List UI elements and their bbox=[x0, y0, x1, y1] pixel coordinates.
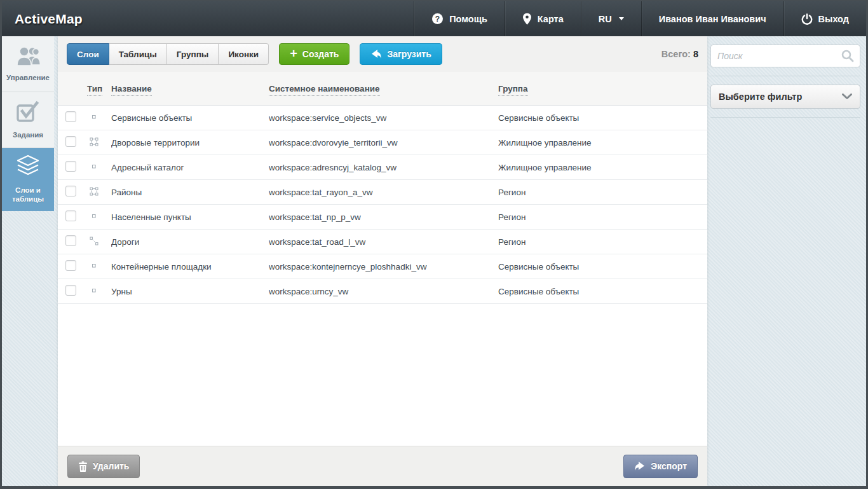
toolbar: Слои Таблицы Группы Иконки + Создать Заг… bbox=[58, 36, 707, 72]
row-checkbox[interactable] bbox=[65, 260, 76, 271]
search-box bbox=[710, 45, 860, 67]
sidebar-filler bbox=[2, 211, 54, 486]
upload-button[interactable]: Загрузить bbox=[360, 43, 442, 65]
row-checkbox-cell bbox=[65, 260, 87, 273]
content-footer: Удалить Экспорт bbox=[58, 446, 707, 486]
row-checkbox[interactable] bbox=[65, 161, 76, 172]
total-value: 8 bbox=[693, 49, 698, 59]
column-header-group: Группа bbox=[498, 83, 707, 94]
sidebar-item-label: Слои и таблицы bbox=[4, 186, 51, 204]
trash-icon bbox=[78, 461, 88, 472]
polygon-geometry-icon bbox=[90, 137, 98, 146]
search-input[interactable] bbox=[717, 51, 841, 61]
point-geometry-icon bbox=[90, 113, 98, 121]
user-menu-item[interactable]: Иванов Иван Иванович bbox=[641, 1, 783, 36]
caret-down-icon bbox=[619, 17, 624, 20]
table-row[interactable]: Населенные пункты workspace:tat_np_p_vw … bbox=[58, 205, 707, 230]
layer-system-name: workspace:adresncyj_katalog_vw bbox=[269, 163, 498, 172]
layer-name: Урны bbox=[111, 287, 269, 296]
layer-system-name: workspace:tat_rayon_a_vw bbox=[269, 188, 498, 197]
column-header-system: Системное наименование bbox=[269, 83, 498, 94]
layer-group: Сервисные объекты bbox=[498, 262, 707, 272]
tab-icons[interactable]: Иконки bbox=[219, 43, 269, 65]
language-selector[interactable]: RU bbox=[581, 1, 641, 36]
layer-group: Жилищное управление bbox=[498, 138, 707, 148]
sidebar-item-layers-tables[interactable]: Слои и таблицы bbox=[2, 148, 54, 211]
forward-arrow-icon bbox=[634, 461, 646, 472]
sidebar: Управление Задания bbox=[2, 36, 54, 486]
table-row[interactable]: Районы workspace:tat_rayon_a_vw Регион bbox=[58, 180, 707, 205]
layer-name: Контейнерные площадки bbox=[111, 262, 269, 272]
app-body: Управление Задания bbox=[2, 36, 866, 486]
app-logo: ActiveMap bbox=[15, 11, 83, 27]
point-geometry-icon bbox=[90, 261, 98, 270]
layer-group: Регион bbox=[498, 212, 707, 222]
sidebar-item-label: Управление bbox=[6, 73, 50, 82]
column-header-name: Название bbox=[111, 83, 269, 94]
tab-tables[interactable]: Таблицы bbox=[109, 43, 167, 65]
right-panel: Выберите фильтр bbox=[707, 36, 866, 486]
layer-system-name: workspace:kontejnerncye_ploshhadki_vw bbox=[269, 262, 498, 272]
table-row[interactable]: Урны workspace:urncy_vw Сервисные объект… bbox=[58, 279, 707, 304]
table-row[interactable]: Сервисные объекты workspace:service_obje… bbox=[58, 106, 707, 130]
row-checkbox-cell bbox=[65, 210, 87, 223]
map-pin-icon bbox=[522, 13, 532, 25]
top-menu: ? Помощь Карта RU Иванов Иван Иванович bbox=[414, 1, 866, 36]
layers-icon bbox=[14, 155, 42, 181]
row-checkbox[interactable] bbox=[65, 210, 76, 221]
polygon-geometry-icon bbox=[90, 187, 98, 196]
divider bbox=[710, 76, 860, 76]
layer-system-name: workspace:tat_np_p_vw bbox=[269, 212, 498, 222]
row-checkbox-cell bbox=[65, 285, 87, 298]
map-menu-item[interactable]: Карта bbox=[505, 1, 581, 36]
app-window: ActiveMap ? Помощь Карта RU Иванов Иван … bbox=[0, 0, 868, 489]
point-geometry-icon bbox=[90, 212, 98, 221]
search-icon[interactable] bbox=[841, 49, 855, 63]
logout-menu-item[interactable]: Выход bbox=[783, 1, 866, 36]
help-menu-item[interactable]: ? Помощь bbox=[414, 1, 505, 36]
delete-button[interactable]: Удалить bbox=[67, 455, 140, 478]
table-row[interactable]: Адресный каталог workspace:adresncyj_kat… bbox=[58, 155, 707, 180]
table-body: Сервисные объекты workspace:service_obje… bbox=[58, 106, 707, 446]
row-checkbox-cell bbox=[65, 186, 87, 198]
power-icon bbox=[801, 13, 813, 25]
column-header-type: Тип bbox=[87, 83, 111, 94]
export-button[interactable]: Экспорт bbox=[623, 455, 698, 478]
row-checkbox[interactable] bbox=[65, 111, 76, 122]
svg-text:?: ? bbox=[435, 15, 440, 24]
layer-system-name: workspace:dvorovyie_territorii_vw bbox=[269, 138, 498, 148]
point-geometry-icon bbox=[90, 162, 98, 171]
row-checkbox[interactable] bbox=[65, 235, 76, 246]
row-checkbox[interactable] bbox=[65, 136, 76, 147]
layer-group: Сервисные объекты bbox=[498, 113, 707, 123]
users-icon bbox=[14, 46, 42, 69]
row-checkbox-cell bbox=[65, 161, 87, 174]
help-icon: ? bbox=[431, 13, 444, 25]
layer-name: Районы bbox=[111, 188, 269, 197]
table-row[interactable]: Дороги workspace:tat_road_l_vw Регион bbox=[58, 230, 707, 254]
row-checkbox[interactable] bbox=[65, 285, 76, 296]
point-geometry-icon bbox=[90, 286, 98, 295]
filter-dropdown[interactable]: Выберите фильтр bbox=[710, 85, 860, 109]
tab-groups[interactable]: Группы bbox=[167, 43, 219, 65]
layer-name: Дороги bbox=[111, 237, 269, 247]
layer-system-name: workspace:service_objects_vw bbox=[269, 113, 498, 123]
layer-group: Сервисные объекты bbox=[498, 287, 707, 296]
sidebar-item-management[interactable]: Управление bbox=[2, 36, 54, 92]
layer-group: Регион bbox=[498, 237, 707, 247]
layer-group: Регион bbox=[498, 188, 707, 197]
total-count: Всего:8 bbox=[661, 49, 698, 59]
tasks-icon bbox=[15, 100, 41, 126]
table-row[interactable]: Контейнерные площадки workspace:kontejne… bbox=[58, 254, 707, 279]
table-row[interactable]: Дворовые территории workspace:dvorovyie_… bbox=[58, 130, 707, 155]
sidebar-item-label: Задания bbox=[13, 130, 43, 139]
content-panel: Слои Таблицы Группы Иконки + Создать Заг… bbox=[58, 36, 707, 486]
create-button[interactable]: + Создать bbox=[279, 43, 349, 65]
row-checkbox[interactable] bbox=[65, 186, 76, 196]
reply-arrow-icon bbox=[370, 49, 382, 60]
layer-system-name: workspace:urncy_vw bbox=[269, 287, 498, 296]
sidebar-item-tasks[interactable]: Задания bbox=[2, 92, 54, 148]
tab-layers[interactable]: Слои bbox=[67, 43, 109, 65]
layer-name: Сервисные объекты bbox=[111, 113, 269, 123]
layer-name: Адресный каталог bbox=[111, 163, 269, 172]
